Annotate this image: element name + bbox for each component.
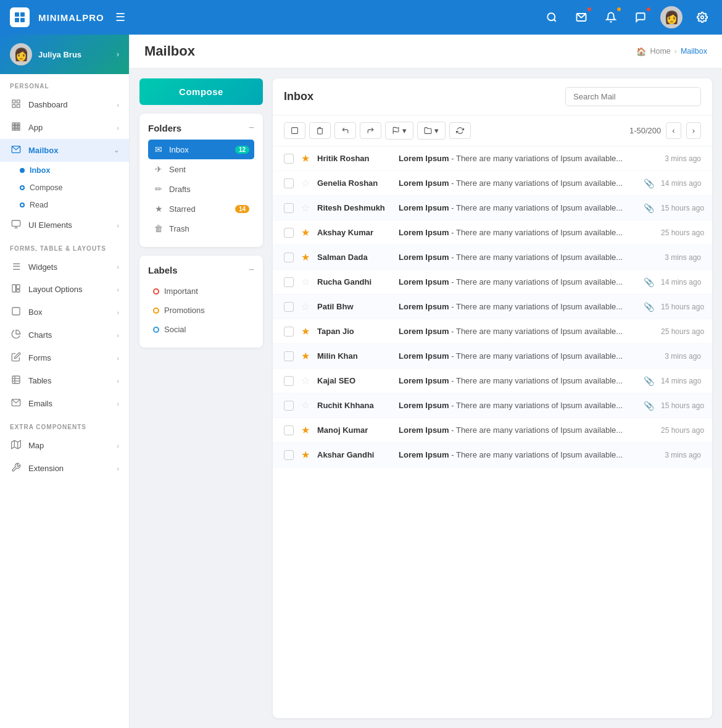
email-row[interactable]: ☆ Ruchit Khhana Lorem Ipsum - There are … <box>273 393 712 418</box>
folder-item-inbox[interactable]: ✉ Inbox 12 <box>148 140 254 159</box>
mail-badge <box>586 6 592 12</box>
email-row[interactable]: ★ Akshar Gandhi Lorem Ipsum - There are … <box>273 443 712 467</box>
labels-collapse-button[interactable]: − <box>249 264 254 275</box>
email-checkbox[interactable] <box>284 401 294 411</box>
email-checkbox[interactable] <box>284 351 294 361</box>
flag-button[interactable]: ▾ <box>385 122 413 140</box>
email-row[interactable]: ★ Milin Khan Lorem Ipsum - There are man… <box>273 344 712 369</box>
sidebar-item-layout-options[interactable]: Layout Options › <box>0 278 129 301</box>
widgets-icon: ☰ <box>10 261 22 272</box>
user-avatar-nav[interactable]: 👩 <box>660 6 683 28</box>
email-checkbox[interactable] <box>284 450 294 460</box>
sidebar-subitem-compose[interactable]: Compose <box>20 179 129 196</box>
email-row[interactable]: ★ Manoj Kumar Lorem Ipsum - There are ma… <box>273 418 712 443</box>
email-row[interactable]: ☆ Patil Bhw Lorem Ipsum - There are many… <box>273 295 712 319</box>
sidebar-user[interactable]: 👩 Juliya Brus › <box>0 35 129 74</box>
important-label: Important <box>164 287 249 296</box>
star-icon[interactable]: ☆ <box>301 301 310 312</box>
email-row[interactable]: ☆ Rucha Gandhi Lorem Ipsum - There are m… <box>273 270 712 295</box>
folders-header: Folders − <box>148 122 254 133</box>
hamburger-icon[interactable]: ☰ <box>113 8 128 27</box>
email-row[interactable]: ★ Tapan Jio Lorem Ipsum - There are many… <box>273 319 712 344</box>
label-item-promotions[interactable]: Promotions <box>148 301 254 320</box>
email-checkbox[interactable] <box>284 228 294 238</box>
star-icon[interactable]: ★ <box>301 449 310 461</box>
sidebar-subitem-inbox[interactable]: Inbox <box>20 162 129 179</box>
label-item-social[interactable]: Social <box>148 320 254 339</box>
folder-item-drafts[interactable]: ✏ Drafts <box>148 179 254 199</box>
folder-item-sent[interactable]: ✈ Sent <box>148 159 254 179</box>
inbox-header: Inbox <box>273 78 712 115</box>
email-checkbox[interactable] <box>284 178 294 188</box>
delete-button[interactable] <box>309 122 331 139</box>
email-row[interactable]: ☆ Ritesh Deshmukh Lorem Ipsum - There ar… <box>273 196 712 220</box>
breadcrumb-home[interactable]: Home <box>650 47 670 56</box>
email-checkbox[interactable] <box>284 154 294 164</box>
sidebar-item-box[interactable]: Box › <box>0 301 129 324</box>
email-checkbox[interactable] <box>284 327 294 337</box>
email-checkbox[interactable] <box>284 253 294 262</box>
email-checkbox[interactable] <box>284 425 294 435</box>
star-icon[interactable]: ★ <box>301 350 310 362</box>
email-checkbox[interactable] <box>284 302 294 312</box>
forward-button[interactable] <box>360 122 381 139</box>
sidebar-item-ui-elements[interactable]: UI Elements › <box>0 214 129 236</box>
folder-button[interactable]: ▾ <box>417 122 446 140</box>
select-all-button[interactable] <box>284 122 305 139</box>
sidebar-item-forms[interactable]: Forms › <box>0 346 129 369</box>
star-icon[interactable]: ☆ <box>301 276 310 288</box>
logo-icon <box>10 7 30 27</box>
sidebar-item-widgets[interactable]: ☰ Widgets › <box>0 256 129 278</box>
star-icon[interactable]: ☆ <box>301 400 310 411</box>
email-checkbox[interactable] <box>284 203 294 213</box>
star-icon[interactable]: ★ <box>301 251 310 263</box>
sidebar-item-dashboard[interactable]: Dashboard › <box>0 93 129 116</box>
sidebar-item-mailbox[interactable]: Mailbox ⌄ <box>0 139 129 162</box>
dashboard-icon <box>10 99 22 111</box>
star-icon[interactable]: ★ <box>301 153 310 164</box>
folder-item-starred[interactable]: ★ Starred 14 <box>148 199 254 219</box>
label-item-important[interactable]: Important <box>148 282 254 301</box>
email-row[interactable]: ☆ Kajal SEO Lorem Ipsum - There are many… <box>273 369 712 393</box>
email-row[interactable]: ☆ Genelia Roshan Lorem Ipsum - There are… <box>273 171 712 196</box>
star-icon[interactable]: ☆ <box>301 375 310 387</box>
search-mail-input[interactable] <box>565 87 701 106</box>
star-icon[interactable]: ★ <box>301 325 310 337</box>
sidebar-item-emails[interactable]: Emails › <box>0 392 129 415</box>
sidebar-item-map[interactable]: Map › <box>0 434 129 457</box>
compose-button[interactable]: Compose <box>139 78 263 105</box>
email-sender: Milin Khan <box>317 351 391 361</box>
star-icon[interactable]: ★ <box>301 227 310 238</box>
star-icon[interactable]: ★ <box>301 424 310 436</box>
sidebar-item-extension[interactable]: Extension › <box>0 457 129 480</box>
sidebar-item-tables[interactable]: Tables › <box>0 369 129 392</box>
breadcrumb-current: Mailbox <box>681 47 707 56</box>
settings-button[interactable] <box>692 7 712 27</box>
email-checkbox[interactable] <box>284 376 294 386</box>
email-checkbox[interactable] <box>284 277 294 287</box>
sidebar-item-charts[interactable]: Charts › <box>0 324 129 346</box>
email-sender: Hritik Roshan <box>317 154 391 163</box>
search-button[interactable] <box>542 7 562 27</box>
inbox-dot <box>20 168 25 173</box>
mail-button[interactable] <box>571 7 591 27</box>
reply-button[interactable] <box>334 122 356 139</box>
folders-collapse-button[interactable]: − <box>249 122 254 133</box>
next-page-button[interactable]: › <box>686 122 701 139</box>
refresh-button[interactable] <box>449 122 471 139</box>
sidebar-subitem-read[interactable]: Read <box>20 196 129 214</box>
star-icon[interactable]: ☆ <box>301 202 310 214</box>
star-icon[interactable]: ☆ <box>301 177 310 189</box>
chat-button[interactable] <box>631 7 650 27</box>
email-row[interactable]: ★ Hritik Roshan Lorem Ipsum - There are … <box>273 146 712 171</box>
email-row[interactable]: ★ Salman Dada Lorem Ipsum - There are ma… <box>273 245 712 270</box>
box-icon <box>10 306 22 318</box>
email-row[interactable]: ★ Akshay Kumar Lorem Ipsum - There are m… <box>273 220 712 245</box>
folder-item-trash[interactable]: 🗑 Trash <box>148 219 254 238</box>
inbox-badge: 12 <box>235 146 249 154</box>
promotions-dot <box>153 308 159 314</box>
notifications-button[interactable] <box>601 7 621 27</box>
sidebar-item-app[interactable]: App › <box>0 116 129 139</box>
prev-page-button[interactable]: ‹ <box>666 122 681 139</box>
email-time: 3 mins ago <box>661 253 701 262</box>
